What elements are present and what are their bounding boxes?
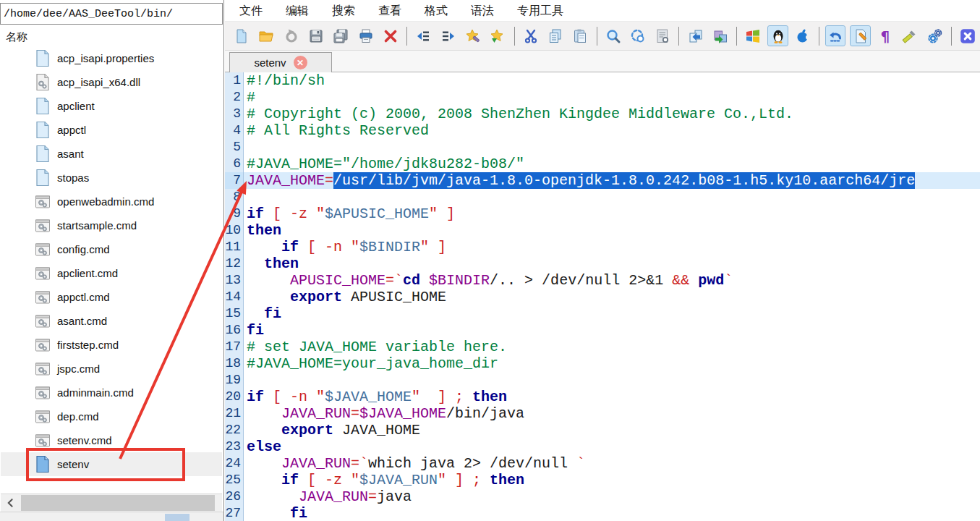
unix-eol-icon[interactable] [768,26,787,46]
code-line-2[interactable]: 2# [225,89,980,106]
line-number: 12 [225,255,244,272]
column-header-name[interactable]: 名称 [6,30,27,44]
paragraph-marks-icon[interactable]: ¶ [876,26,895,46]
scroll-left-button[interactable] [1,494,21,512]
document-file-icon [34,144,51,164]
find-icon[interactable] [604,26,623,46]
mac-eol-icon[interactable] [793,26,812,46]
tab-setenv[interactable]: setenv ✕ [229,52,332,72]
cut-icon[interactable] [521,26,540,46]
file-item-config.cmd[interactable]: config.cmd [1,237,222,261]
code-text: JAVA_RUN=$JAVA_HOME/bin/java [244,405,980,422]
reload-icon[interactable] [282,26,301,46]
code-line-19[interactable]: 19 [225,372,980,389]
edit-mode-icon[interactable] [851,26,869,46]
outdent-icon[interactable] [414,26,433,46]
code-line-15[interactable]: 15 fi [225,305,980,322]
path-bar[interactable]: /home/dee/AAS_DeeTool/bin/ [0,3,223,25]
code-line-5[interactable]: 5 [225,139,980,156]
settings-icon[interactable] [925,26,944,46]
menu-item-1[interactable]: 文件 [228,0,274,22]
file-item-stopas[interactable]: stopas [1,166,222,190]
file-item-startsample.cmd[interactable]: startsample.cmd [1,213,222,237]
save-icon[interactable] [307,26,325,46]
code-line-1[interactable]: 1#!/bin/sh [225,72,980,89]
file-label: appctl [57,124,86,136]
code-line-25[interactable]: 25 if [ -z "$JAVA_RUN" ] ; then [225,472,980,488]
file-item-acp_isapi.properties[interactable]: acp_isapi.properties [1,46,222,70]
line-number: 10 [225,222,244,239]
menu-item-7[interactable]: 专用工具 [506,0,575,22]
code-line-7[interactable]: 7JAVA_HOME=/usr/lib/jvm/java-1.8.0-openj… [225,172,980,189]
file-item-apclient[interactable]: apclient [1,94,222,118]
file-item-acp_isapi_x64.dll[interactable]: acp_isapi_x64.dll [1,70,222,94]
copy-icon[interactable] [546,26,565,46]
highlight-icon[interactable] [900,26,919,46]
file-item-asant[interactable]: asant [1,142,222,166]
file-item-appctl.cmd[interactable]: appctl.cmd [1,285,222,309]
favorite-edit-icon[interactable] [464,26,482,46]
code-line-4[interactable]: 4# All Rights Reserved [225,122,980,139]
file-label: appctl.cmd [57,291,110,303]
code-line-14[interactable]: 14 export APUSIC_HOME [225,289,980,305]
move-to-icon[interactable] [711,26,730,46]
indent-icon[interactable] [439,26,458,46]
code-line-22[interactable]: 22 export JAVA_HOME [225,422,980,439]
code-line-3[interactable]: 3# Copyright (c) 2000, 2008 ShenZhen Kin… [225,106,980,122]
file-item-asant.cmd[interactable]: asant.cmd [1,309,222,333]
code-line-13[interactable]: 13 APUSIC_HOME=`cd $BINDIR/.. > /dev/nul… [225,272,980,289]
find-in-files-icon[interactable] [653,26,672,46]
code-line-26[interactable]: 26 JAVA_RUN=java [225,488,980,505]
replace-icon[interactable] [629,26,647,46]
save-all-icon[interactable] [331,26,350,46]
code-line-23[interactable]: 23else [225,439,980,455]
paste-icon[interactable] [571,26,589,46]
selected-text[interactable]: /usr/lib/jvm/java-1.8.0-openjdk-1.8.0.24… [333,172,915,189]
tab-close-icon[interactable]: ✕ [294,56,307,69]
file-item-setenv.cmd[interactable]: setenv.cmd [1,428,222,452]
document-file-icon [34,96,51,117]
new-file-icon[interactable] [232,26,251,46]
bottom-scroll-thumb[interactable] [165,514,189,521]
code-line-10[interactable]: 10then [225,222,980,239]
code-line-9[interactable]: 9if [ -z "$APUSIC_HOME" ] [225,206,980,222]
print-icon[interactable] [357,26,375,46]
file-item-dep.cmd[interactable]: dep.cmd [1,404,222,428]
file-item-appctl[interactable]: appctl [1,118,222,142]
menu-item-6[interactable]: 语法 [459,0,506,22]
copy-to-icon[interactable] [686,26,704,46]
file-item-setenv[interactable]: setenv [1,452,222,476]
code-line-20[interactable]: 20if [ -n "$JAVA_HOME" ] ; then [225,389,980,405]
windows-eol-icon[interactable] [743,26,762,46]
code-line-8[interactable]: 8 [225,189,980,206]
line-number: 4 [225,122,244,139]
code-line-11[interactable]: 11 if [ -n "$BINDIR" ] [225,239,980,255]
code-line-24[interactable]: 24 JAVA_RUN=`which java 2> /dev/null ` [225,455,980,472]
code-line-16[interactable]: 16fi [225,322,980,339]
file-item-apclient.cmd[interactable]: apclient.cmd [1,261,222,285]
code-line-18[interactable]: 18#JAVA_HOME=your_java_home_dir [225,355,980,372]
file-item-adminmain.cmd[interactable]: adminmain.cmd [1,381,222,404]
code-line-27[interactable]: 27 fi [225,505,980,521]
file-item-firststep.cmd[interactable]: firststep.cmd [1,333,222,357]
undo-icon[interactable] [826,26,845,46]
line-number: 9 [225,206,244,222]
horizontal-scrollbar[interactable] [1,494,222,512]
menu-item-3[interactable]: 搜索 [320,0,367,22]
scrollbar-thumb[interactable] [21,495,215,511]
code-line-6[interactable]: 6#JAVA_HOME="/home/jdk8u282-b08/" [225,156,980,172]
code-line-12[interactable]: 12 then [225,255,980,272]
menu-item-4[interactable]: 查看 [367,0,413,22]
menu-item-5[interactable]: 格式 [413,0,459,22]
menu-item-2[interactable]: 编辑 [274,0,320,22]
code-line-17[interactable]: 17# set JAVA_HOME variable here. [225,339,980,355]
code-editor[interactable]: 1#!/bin/sh2#3# Copyright (c) 2000, 2008 … [225,72,980,521]
line-number: 19 [225,372,244,389]
file-item-openwebadmin.cmd[interactable]: openwebadmin.cmd [1,190,222,213]
close-app-icon[interactable] [958,26,977,46]
file-item-jspc.cmd[interactable]: jspc.cmd [1,357,222,381]
close-file-icon[interactable] [381,26,400,46]
code-line-21[interactable]: 21 JAVA_RUN=$JAVA_HOME/bin/java [225,405,980,422]
open-folder-icon[interactable] [257,26,276,46]
favorite-add-icon[interactable] [488,26,507,46]
